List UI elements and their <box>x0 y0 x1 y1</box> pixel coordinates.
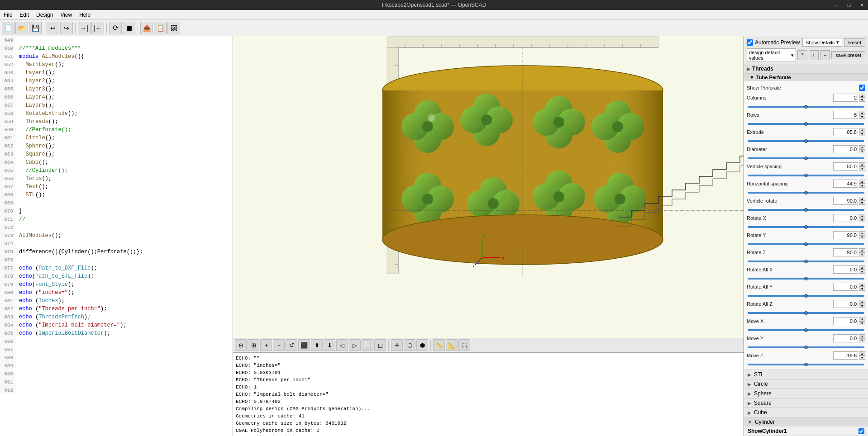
param-number-input[interactable] <box>833 334 858 342</box>
stl-header[interactable]: ▶ STL <box>744 370 868 379</box>
menu-file[interactable]: File <box>0 11 16 19</box>
param-spin-up[interactable]: ▲ <box>859 197 865 201</box>
indent-button[interactable]: →| <box>78 22 91 34</box>
param-slider[interactable] <box>748 209 864 211</box>
param-number-input[interactable] <box>833 248 858 256</box>
measure-button[interactable]: 📏 <box>433 339 445 351</box>
param-spin-up[interactable]: ▲ <box>859 94 865 98</box>
tube-perforate-header[interactable]: ▼ Tube Perforate <box>744 74 868 81</box>
param-slider[interactable] <box>748 346 864 348</box>
reset-view-button[interactable]: ⊕ <box>235 339 247 351</box>
minimize-button[interactable]: ─ <box>830 0 843 10</box>
param-number-input[interactable] <box>833 197 858 205</box>
show-axes-button[interactable]: ✛ <box>391 339 403 351</box>
param-number-input[interactable] <box>833 231 858 239</box>
param-slider[interactable] <box>748 226 864 228</box>
cylinder-header[interactable]: ▼ Cylinder <box>744 417 868 427</box>
reset-button[interactable]: Reset <box>844 38 865 47</box>
param-slider[interactable] <box>748 175 864 176</box>
param-spin-up[interactable]: ▲ <box>859 162 865 166</box>
param-spin-down[interactable]: ▼ <box>859 270 865 274</box>
param-spin-down[interactable]: ▼ <box>859 201 865 205</box>
view-left-button[interactable]: ◁ <box>336 339 348 351</box>
export-dxf-button[interactable]: 📋 <box>154 22 167 34</box>
sphere-header[interactable]: ▶ Sphere <box>744 389 868 398</box>
menu-view[interactable]: View <box>57 11 76 19</box>
param-checkbox[interactable] <box>859 85 865 91</box>
param-slider[interactable] <box>748 157 864 159</box>
param-number-input[interactable] <box>833 214 858 222</box>
param-spin-down[interactable]: ▼ <box>859 304 865 308</box>
param-spin-up[interactable]: ▲ <box>859 180 865 184</box>
param-slider[interactable] <box>748 123 864 125</box>
export-img-button[interactable]: 🖼 <box>167 22 180 34</box>
automatic-preview-checkbox[interactable] <box>747 39 753 46</box>
param-spin-down[interactable]: ▼ <box>859 184 865 188</box>
param-spin-down[interactable]: ▼ <box>859 355 865 360</box>
param-slider[interactable] <box>748 243 864 245</box>
param-spin-down[interactable]: ▼ <box>859 338 865 342</box>
param-slider[interactable] <box>748 106 864 108</box>
render-button[interactable]: ◼ <box>123 22 135 34</box>
param-spin-down[interactable]: ▼ <box>859 115 865 119</box>
param-spin-up[interactable]: ▲ <box>859 128 865 132</box>
param-slider[interactable] <box>748 192 864 194</box>
open-button[interactable]: 📂 <box>15 22 28 34</box>
wireframe-button[interactable]: ⬡ <box>404 339 415 351</box>
menu-help[interactable]: Help <box>76 11 94 19</box>
param-spin-down[interactable]: ▼ <box>859 235 865 239</box>
preset-remove-button[interactable]: − <box>820 50 830 60</box>
param-spin-down[interactable]: ▼ <box>859 149 865 153</box>
code-editor[interactable]: 649650//***All modules***651module AllMo… <box>0 36 233 436</box>
cube-header[interactable]: ▶ Cube <box>744 408 868 417</box>
view-top-button[interactable]: ⬆ <box>311 339 323 351</box>
param-slider[interactable] <box>748 261 864 262</box>
param-slider[interactable] <box>748 364 864 365</box>
param-number-input[interactable] <box>833 283 858 291</box>
save-preset-button[interactable]: save preset <box>831 51 865 59</box>
menu-design[interactable]: Design <box>33 11 57 19</box>
export-stl-button[interactable]: 📤 <box>140 22 153 34</box>
param-slider[interactable] <box>748 295 864 297</box>
param-spin-down[interactable]: ▼ <box>859 218 865 222</box>
zoom-out-button[interactable]: － <box>273 339 285 351</box>
save-button[interactable]: 💾 <box>29 22 42 34</box>
param-spin-up[interactable]: ▲ <box>859 111 865 115</box>
maximize-button[interactable]: □ <box>843 0 855 10</box>
preset-info-button[interactable]: * <box>797 50 807 60</box>
preset-add-button[interactable]: + <box>809 50 819 60</box>
param-slider[interactable] <box>748 329 864 331</box>
param-slider[interactable] <box>748 140 864 142</box>
zoom-in-button[interactable]: ＋ <box>260 339 272 351</box>
param-number-input[interactable] <box>833 265 858 274</box>
param-spin-up[interactable]: ▲ <box>859 145 865 149</box>
param-slider[interactable] <box>748 278 864 280</box>
param-spin-up[interactable]: ▲ <box>859 351 865 355</box>
3d-viewport[interactable]: x z <box>233 36 744 338</box>
param-number-input[interactable] <box>833 162 858 171</box>
circle-header[interactable]: ▶ Circle <box>744 379 868 389</box>
param-number-input[interactable] <box>833 94 858 102</box>
param-spin-up[interactable]: ▲ <box>859 283 865 287</box>
menu-edit[interactable]: Edit <box>16 11 33 19</box>
show-edges-button[interactable]: ⬢ <box>416 339 428 351</box>
view-back-button[interactable]: ◻ <box>374 339 386 351</box>
view-front-button[interactable]: ⬜ <box>362 339 373 351</box>
param-spin-up[interactable]: ▲ <box>859 334 865 338</box>
orthographic-button[interactable]: ⬛ <box>298 339 310 351</box>
param-number-input[interactable] <box>833 300 858 308</box>
param-number-input[interactable] <box>833 351 858 360</box>
param-spin-up[interactable]: ▲ <box>859 317 865 321</box>
param-number-input[interactable] <box>833 145 858 153</box>
param-slider[interactable] <box>748 312 864 314</box>
undo-button[interactable]: ↩ <box>47 22 59 34</box>
preview-button[interactable]: ⟳ <box>109 22 122 34</box>
new-button[interactable]: 📄 <box>2 22 14 34</box>
param-spin-up[interactable]: ▲ <box>859 248 865 252</box>
param-spin-up[interactable]: ▲ <box>859 214 865 218</box>
crop-button[interactable]: ⬚ <box>458 339 470 351</box>
console-panel[interactable]: ECHO: ""ECHO: "inches="ECHO: 0.0393701EC… <box>233 352 744 436</box>
fit-view-button[interactable]: ⊞ <box>248 339 259 351</box>
param-number-input[interactable] <box>833 128 858 136</box>
param-spin-up[interactable]: ▲ <box>859 300 865 304</box>
